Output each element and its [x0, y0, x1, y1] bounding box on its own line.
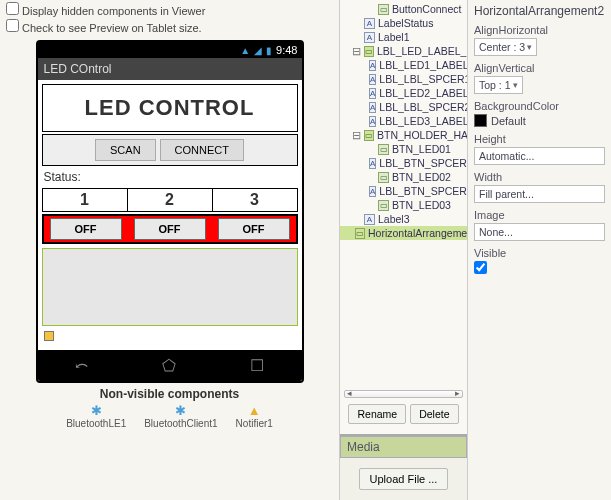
component-icon: A	[369, 102, 376, 113]
opt-hidden[interactable]: Display hidden components in Viewer	[6, 2, 333, 19]
alignv-select[interactable]: Top : 1	[474, 76, 523, 94]
opt-tablet[interactable]: Check to see Preview on Tablet size.	[6, 19, 333, 36]
component-icon: A	[364, 214, 375, 225]
alignv-label: AlignVertical	[474, 62, 605, 74]
upload-file-button[interactable]: Upload File ...	[359, 468, 449, 490]
home-icon[interactable]: ⬠	[162, 356, 176, 375]
phone-preview: ▲ ◢ ▮ 9:48 LED COntrol LED CONTROL SCAN …	[36, 40, 304, 383]
tree-item-label: LBL_BTN_SPCER1	[379, 157, 467, 169]
tree-item[interactable]: ALabel1	[340, 30, 467, 44]
component-icon: ▭	[364, 46, 374, 57]
col-2: 2	[128, 189, 213, 211]
delete-button[interactable]: Delete	[410, 404, 458, 424]
component-icon: A	[364, 18, 375, 29]
tree-item-label: HorizontalArrangemen	[368, 227, 467, 239]
indicator-row	[42, 328, 298, 346]
tree-item[interactable]: ALBL_BTN_SPCER1	[340, 156, 467, 170]
tree-item[interactable]: ▭HorizontalArrangemen ▾	[340, 226, 467, 240]
tree-item[interactable]: ALBL_LED1_LABEL	[340, 58, 467, 72]
component-icon: A	[369, 88, 376, 99]
col-1: 1	[43, 189, 128, 211]
component-icon: ▭	[364, 130, 374, 141]
component-tree[interactable]: ▭ButtonConnectALabelStatusALabel1⊟▭LBL_L…	[340, 0, 467, 388]
tree-item[interactable]: ALBL_LBL_SPCER2	[340, 100, 467, 114]
tree-toggle-icon[interactable]: ⊟	[352, 129, 361, 141]
tree-item[interactable]: ▭BTN_LED01	[340, 142, 467, 156]
media-heading: Media	[340, 436, 467, 458]
tree-item-label: ButtonConnect	[392, 3, 461, 15]
tree-item[interactable]: ALBL_BTN_SPCER2	[340, 184, 467, 198]
horizontal-arrangement-selected[interactable]	[42, 248, 298, 326]
component-icon: ▭	[378, 200, 389, 211]
tree-item-label: LabelStatus	[378, 17, 433, 29]
component-icon: ▭	[378, 172, 389, 183]
tree-item[interactable]: ALBL_LBL_SPCER1	[340, 72, 467, 86]
led-label-row: 1 2 3	[42, 188, 298, 212]
tree-item[interactable]: ▭BTN_LED02	[340, 170, 467, 184]
led-button-row: OFF OFF OFF	[42, 214, 298, 244]
nonvisible-btclient[interactable]: ✱BluetoothClient1	[144, 403, 217, 429]
tree-item-label: LBL_LBL_SPCER2	[379, 101, 467, 113]
tablet-checkbox[interactable]	[6, 19, 19, 32]
tree-hscroll[interactable]	[344, 390, 463, 398]
width-label: Width	[474, 171, 605, 183]
alignh-select[interactable]: Center : 3	[474, 38, 537, 56]
tree-toggle-icon[interactable]: ⊟	[352, 45, 361, 57]
tree-item[interactable]: ⊟▭BTN_HOLDER_HA	[340, 128, 467, 142]
tree-item-label: BTN_LED01	[392, 143, 451, 155]
status-label: Status:	[42, 168, 298, 186]
android-statusbar: ▲ ◢ ▮ 9:48	[38, 42, 302, 58]
component-icon: A	[369, 116, 376, 127]
visible-label: Visible	[474, 247, 605, 259]
tree-item[interactable]: ALBL_LED3_LABEL	[340, 114, 467, 128]
battery-icon: ▮	[266, 45, 272, 56]
tree-item-label: BTN_LED02	[392, 171, 451, 183]
bgcolor-label: BackgroundColor	[474, 100, 605, 112]
tree-item[interactable]: ▭ButtonConnect	[340, 2, 467, 16]
component-icon: A	[369, 74, 376, 85]
tree-item[interactable]: ALBL_LED2_LABEL	[340, 86, 467, 100]
android-navbar: ⤺ ⬠ ☐	[38, 350, 302, 381]
alignh-label: AlignHorizontal	[474, 24, 605, 36]
component-icon: A	[369, 60, 376, 71]
app-titlebar: LED COntrol	[38, 58, 302, 80]
tree-item[interactable]: ▭BTN_LED03	[340, 198, 467, 212]
height-label: Height	[474, 133, 605, 145]
component-icon: A	[369, 186, 376, 197]
tree-item[interactable]: ⊟▭LBL_LED_LABEL_HA	[340, 44, 467, 58]
props-title: HorizontalArrangement2	[474, 2, 605, 24]
scan-button[interactable]: SCAN	[95, 139, 156, 161]
recents-icon[interactable]: ☐	[250, 356, 264, 375]
tree-item-label: BTN_HOLDER_HA	[377, 129, 467, 141]
tree-item-label: LBL_LED2_LABEL	[379, 87, 467, 99]
connect-button[interactable]: CONNECT	[160, 139, 244, 161]
nonvisible-ble[interactable]: ✱BluetoothLE1	[66, 403, 126, 429]
tree-item-label: LBL_LED1_LABEL	[379, 59, 467, 71]
col-3: 3	[213, 189, 297, 211]
width-field[interactable]: Fill parent...	[474, 185, 605, 203]
height-field[interactable]: Automatic...	[474, 147, 605, 165]
indicator-icon	[44, 331, 54, 341]
component-icon: ▭	[378, 4, 389, 15]
btn-led3[interactable]: OFF	[218, 218, 290, 240]
component-icon: A	[364, 32, 375, 43]
rename-button[interactable]: Rename	[348, 404, 406, 424]
tree-item[interactable]: ALabel3	[340, 212, 467, 226]
visible-checkbox[interactable]	[474, 261, 487, 274]
nonvisible-heading: Non-visible components	[6, 387, 333, 401]
back-icon[interactable]: ⤺	[75, 356, 88, 375]
signal-icon: ◢	[254, 45, 262, 56]
component-icon: A	[369, 158, 376, 169]
hidden-checkbox[interactable]	[6, 2, 19, 15]
tree-item[interactable]: ALabelStatus	[340, 16, 467, 30]
nonvisible-notifier[interactable]: ▲Notifier1	[236, 403, 273, 429]
component-icon: ▭	[378, 144, 389, 155]
btn-led2[interactable]: OFF	[134, 218, 206, 240]
tree-item-label: LBL_LED3_LABEL	[379, 115, 467, 127]
image-field[interactable]: None...	[474, 223, 605, 241]
tree-item-label: LBL_BTN_SPCER2	[379, 185, 467, 197]
bgcolor-swatch[interactable]	[474, 114, 487, 127]
clock: 9:48	[276, 44, 297, 56]
bgcolor-value: Default	[491, 115, 526, 127]
btn-led1[interactable]: OFF	[50, 218, 122, 240]
